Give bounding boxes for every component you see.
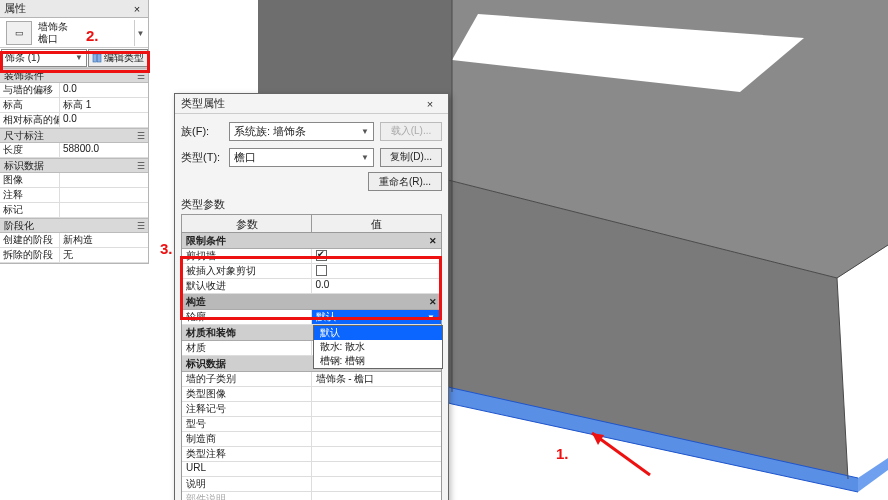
type-param-name: 注释记号 (182, 402, 312, 416)
param-value[interactable]: 无 (60, 248, 148, 262)
param-row[interactable]: 拆除的阶段无 (0, 248, 148, 263)
param-name: 相对标高的偏移 (0, 113, 60, 127)
param-value[interactable]: 0.0 (60, 113, 148, 127)
col-param: 参数 (182, 215, 312, 232)
type-param-row[interactable]: 墙的子类别墙饰条 - 檐口 (182, 372, 441, 387)
type-param-name: 制造商 (182, 432, 312, 446)
param-name: 图像 (0, 173, 60, 187)
param-group-header[interactable]: 标识数据☰ (0, 158, 148, 173)
type-param-name: 类型注释 (182, 447, 312, 461)
type-selector-chevron-icon[interactable]: ▼ (134, 20, 146, 46)
param-value[interactable] (60, 203, 148, 217)
type-param-row[interactable]: 轮廓默认▼ (182, 310, 441, 325)
type-param-row[interactable]: 部件说明 (182, 492, 441, 500)
type-param-row[interactable]: URL (182, 462, 441, 477)
type-param-name: 墙的子类别 (182, 372, 312, 386)
type-selector[interactable]: ▭ 墙饰条 檐口 ▼ (0, 18, 148, 48)
type-param-row[interactable]: 被插入对象剪切 (182, 264, 441, 279)
properties-titlebar[interactable]: 属性 × (0, 0, 148, 18)
dialog-close-button[interactable]: × (418, 96, 442, 112)
edit-type-icon (92, 53, 102, 63)
type-dropdown[interactable]: 檐口 ▼ (229, 148, 374, 167)
type-param-value[interactable] (312, 462, 442, 476)
param-name: 标高 (0, 98, 60, 112)
expander-icon: ☰ (137, 131, 145, 141)
param-row[interactable]: 标高标高 1 (0, 98, 148, 113)
dropdown-option[interactable]: 槽钢: 槽钢 (314, 354, 442, 368)
duplicate-button[interactable]: 复制(D)... (380, 148, 442, 167)
chevron-down-icon: ▼ (427, 313, 437, 322)
param-row[interactable]: 与墙的偏移0.0 (0, 83, 148, 98)
type-param-value[interactable]: 默认▼ (312, 310, 442, 324)
svg-marker-7 (858, 458, 888, 492)
chevron-down-icon: ▼ (361, 127, 369, 136)
edit-type-button[interactable]: 编辑类型 (88, 49, 148, 67)
type-param-row[interactable]: 默认收进0.0 (182, 279, 441, 294)
svg-rect-8 (93, 54, 97, 62)
type-param-value[interactable] (312, 432, 442, 446)
type-param-value[interactable] (312, 249, 442, 263)
expander-icon: ☰ (137, 71, 145, 81)
param-value[interactable]: 标高 1 (60, 98, 148, 112)
type-params-grid[interactable]: 参数 值 限制条件✕剪切墙被插入对象剪切默认收进0.0构造✕轮廓默认▼材质和装饰… (181, 214, 442, 500)
instance-filter-dropdown[interactable]: 饰条 (1) ▼ (1, 49, 87, 67)
profile-dropdown-popup[interactable]: 默认散水: 散水槽钢: 槽钢 (313, 325, 443, 369)
load-button[interactable]: 载入(L)... (380, 122, 442, 141)
param-group-header[interactable]: 尺寸标注☰ (0, 128, 148, 143)
type-param-value[interactable] (312, 477, 442, 491)
type-param-value[interactable]: 墙饰条 - 檐口 (312, 372, 442, 386)
param-name: 创建的阶段 (0, 233, 60, 247)
type-selector-line1: 墙饰条 (38, 21, 68, 33)
dropdown-option[interactable]: 散水: 散水 (314, 340, 442, 354)
param-value[interactable] (60, 188, 148, 202)
type-param-group[interactable]: 限制条件✕ (182, 233, 441, 249)
dialog-titlebar[interactable]: 类型属性 × (175, 94, 448, 114)
type-param-row[interactable]: 型号 (182, 417, 441, 432)
type-selector-line2: 檐口 (38, 33, 68, 45)
type-param-row[interactable]: 制造商 (182, 432, 441, 447)
checkbox[interactable] (316, 265, 327, 276)
param-row[interactable]: 相对标高的偏移0.0 (0, 113, 148, 128)
type-param-value[interactable]: 0.0 (312, 279, 442, 293)
param-value[interactable]: 0.0 (60, 83, 148, 97)
type-properties-dialog: 类型属性 × 族(F): 系统族: 墙饰条 ▼ 载入(L)... 类型(T): … (174, 93, 449, 500)
type-param-row[interactable]: 说明 (182, 477, 441, 492)
type-param-value[interactable] (312, 417, 442, 431)
rename-button[interactable]: 重命名(R)... (368, 172, 442, 191)
type-param-name: URL (182, 462, 312, 476)
type-param-name: 默认收进 (182, 279, 312, 293)
family-dropdown[interactable]: 系统族: 墙饰条 ▼ (229, 122, 374, 141)
param-row[interactable]: 标记 (0, 203, 148, 218)
param-value[interactable] (60, 173, 148, 187)
param-row[interactable]: 长度58800.0 (0, 143, 148, 158)
type-param-row[interactable]: 类型图像 (182, 387, 441, 402)
type-param-row[interactable]: 类型注释 (182, 447, 441, 462)
chevron-down-icon: ▼ (361, 153, 369, 162)
checkbox[interactable] (316, 250, 327, 261)
type-param-value[interactable] (312, 447, 442, 461)
collapse-icon: ✕ (429, 297, 437, 307)
type-param-name: 剪切墙 (182, 249, 312, 263)
type-value: 檐口 (234, 150, 256, 165)
instance-filter-value: 饰条 (1) (5, 51, 40, 65)
properties-close-icon[interactable]: × (130, 3, 144, 15)
type-param-group[interactable]: 构造✕ (182, 294, 441, 310)
type-label: 类型(T): (181, 150, 223, 165)
type-param-value[interactable] (312, 492, 442, 500)
type-param-value[interactable] (312, 387, 442, 401)
param-row[interactable]: 注释 (0, 188, 148, 203)
param-value[interactable]: 58800.0 (60, 143, 148, 157)
type-param-row[interactable]: 剪切墙 (182, 249, 441, 264)
type-param-value[interactable] (312, 264, 442, 278)
dropdown-option[interactable]: 默认 (314, 326, 442, 340)
edit-type-label: 编辑类型 (104, 51, 144, 65)
param-row[interactable]: 创建的阶段新构造 (0, 233, 148, 248)
type-param-row[interactable]: 注释记号 (182, 402, 441, 417)
param-value[interactable]: 新构造 (60, 233, 148, 247)
param-row[interactable]: 图像 (0, 173, 148, 188)
param-group-header[interactable]: 阶段化☰ (0, 218, 148, 233)
param-group-header[interactable]: 装饰条件☰ (0, 68, 148, 83)
type-params-label: 类型参数 (181, 197, 442, 212)
type-param-value[interactable] (312, 402, 442, 416)
param-name: 长度 (0, 143, 60, 157)
